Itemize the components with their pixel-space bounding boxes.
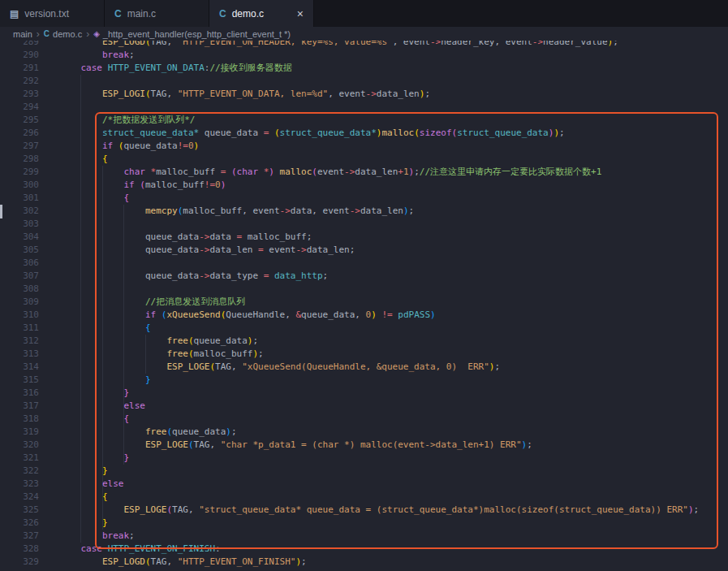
- line-number[interactable]: 303: [0, 218, 39, 231]
- code-line[interactable]: 293 ESP_LOGI(TAG, "HTTP_EVENT_ON_DATA, l…: [0, 88, 728, 101]
- line-number[interactable]: 289: [0, 41, 39, 49]
- code-line[interactable]: 308: [0, 283, 728, 296]
- close-icon[interactable]: ×: [289, 7, 304, 20]
- code-line[interactable]: 300 if (malloc_buff!=0): [0, 179, 728, 192]
- code-text: else: [59, 478, 123, 489]
- code-line[interactable]: 301 {: [0, 192, 728, 205]
- code-line[interactable]: 290 break;: [0, 49, 728, 62]
- line-number[interactable]: 329: [0, 556, 39, 569]
- code-line[interactable]: 311 {: [0, 322, 728, 335]
- code-line[interactable]: 292: [0, 75, 728, 88]
- code-line[interactable]: 309 //把消息发送到消息队列: [0, 296, 728, 309]
- line-number[interactable]: 317: [0, 400, 39, 413]
- line-number[interactable]: 318: [0, 413, 39, 426]
- line-number[interactable]: 306: [0, 257, 39, 270]
- code-token: ): [430, 309, 436, 320]
- code-line[interactable]: 306: [0, 257, 728, 270]
- line-number[interactable]: 319: [0, 426, 39, 439]
- code-line[interactable]: 329 ESP_LOGD(TAG, "HTTP_EVENT_ON_FINISH"…: [0, 556, 728, 569]
- code-token: ): [221, 180, 226, 190]
- line-number[interactable]: 326: [0, 517, 39, 530]
- code-token: if: [123, 180, 134, 190]
- line-number[interactable]: 322: [0, 465, 39, 478]
- tab-main-c[interactable]: Cmain.c: [105, 0, 209, 27]
- line-number[interactable]: 311: [0, 322, 39, 335]
- code-token: ->: [199, 231, 209, 242]
- line-number[interactable]: 296: [0, 127, 39, 140]
- code-line[interactable]: 289 ESP_LOGD(TAG, "HTTP_EVENT_ON_HEADER,…: [0, 41, 728, 49]
- code-line[interactable]: 303: [0, 218, 728, 231]
- line-number[interactable]: 301: [0, 192, 39, 205]
- code-line[interactable]: 318 {: [0, 413, 728, 426]
- code-line[interactable]: 324 {: [0, 491, 728, 504]
- code-token: [59, 465, 102, 476]
- code-line[interactable]: 328 case HTTP_EVENT_ON_FINISH:: [0, 543, 728, 556]
- line-number[interactable]: 298: [0, 153, 39, 166]
- code-line[interactable]: 313 free(malloc_buff);: [0, 348, 728, 361]
- code-line[interactable]: 316 }: [0, 387, 728, 400]
- code-token: ;: [323, 270, 329, 281]
- line-number[interactable]: 328: [0, 543, 39, 556]
- line-number[interactable]: 294: [0, 101, 39, 114]
- tab-version-txt[interactable]: ▤version.txt: [0, 0, 105, 27]
- code-line[interactable]: 296 struct_queue_data* queue_data = (str…: [0, 127, 728, 140]
- line-number[interactable]: 299: [0, 166, 39, 179]
- code-line[interactable]: 317 else: [0, 400, 728, 413]
- code-line[interactable]: 305 queue_data->data_len = event->data_l…: [0, 244, 728, 257]
- line-number[interactable]: 320: [0, 439, 39, 452]
- line-number[interactable]: 325: [0, 504, 39, 517]
- breadcrumb-item[interactable]: Cdemo.c: [44, 29, 82, 39]
- line-number[interactable]: 315: [0, 374, 39, 387]
- line-number[interactable]: 312: [0, 335, 39, 348]
- breadcrumb-item[interactable]: main: [13, 29, 32, 39]
- code-token: malloc_buff;: [242, 231, 312, 242]
- code-line[interactable]: 291 case HTTP_EVENT_ON_DATA://接收到服务器数据: [0, 62, 728, 75]
- breadcrumb-item[interactable]: ◈_http_event_handler(esp_http_client_eve…: [93, 29, 291, 39]
- line-number[interactable]: 323: [0, 478, 39, 491]
- code-line[interactable]: 325 ESP_LOGE(TAG, "struct_queue_data* qu…: [0, 504, 728, 517]
- line-number[interactable]: 304: [0, 231, 39, 244]
- code-text: }: [59, 465, 108, 476]
- code-line[interactable]: 299 char *malloc_buff = (char *) malloc(…: [0, 166, 728, 179]
- code-line[interactable]: 320 ESP_LOGE(TAG, "char *p_data1 = (char…: [0, 439, 728, 452]
- line-number[interactable]: 295: [0, 114, 39, 127]
- code-line[interactable]: 307 queue_data->data_type = data_http;: [0, 270, 728, 283]
- code-line[interactable]: 314 ESP_LOGE(TAG, "xQueueSend(QueueHandl…: [0, 361, 728, 374]
- code-line[interactable]: 322 }: [0, 465, 728, 478]
- code-line[interactable]: 295 /*把数据发送到队列*/: [0, 114, 728, 127]
- line-number[interactable]: 310: [0, 309, 39, 322]
- code-line[interactable]: 321 }: [0, 452, 728, 465]
- code-line[interactable]: 302 memcpy(malloc_buff, event->data, eve…: [0, 205, 728, 218]
- code-line[interactable]: 310 if (xQueueSend(QueueHandle, &queue_d…: [0, 309, 728, 322]
- line-number[interactable]: 307: [0, 270, 39, 283]
- line-number[interactable]: 327: [0, 530, 39, 543]
- tab-demo-c[interactable]: Cdemo.c×: [209, 0, 314, 27]
- line-number[interactable]: 300: [0, 179, 39, 192]
- editor[interactable]: 289 ESP_LOGD(TAG, "HTTP_EVENT_ON_HEADER,…: [0, 41, 728, 571]
- line-number[interactable]: 305: [0, 244, 39, 257]
- code-line[interactable]: 312 free(queue_data);: [0, 335, 728, 348]
- code-line[interactable]: 297 if (queue_data!=0): [0, 140, 728, 153]
- line-number[interactable]: 316: [0, 387, 39, 400]
- line-number[interactable]: 308: [0, 283, 39, 296]
- line-number[interactable]: 293: [0, 88, 39, 101]
- line-number[interactable]: 324: [0, 491, 39, 504]
- code-line[interactable]: 315 }: [0, 374, 728, 387]
- line-number[interactable]: 302: [0, 205, 39, 218]
- code-line[interactable]: 298 {: [0, 153, 728, 166]
- line-number[interactable]: 292: [0, 75, 39, 88]
- code-line[interactable]: 327 break;: [0, 530, 728, 543]
- line-number[interactable]: 309: [0, 296, 39, 309]
- line-number[interactable]: 314: [0, 361, 39, 374]
- code-line[interactable]: 326 }: [0, 517, 728, 530]
- code-line[interactable]: 304 queue_data->data = malloc_buff;: [0, 231, 728, 244]
- code-line[interactable]: 319 free(queue_data);: [0, 426, 728, 439]
- line-number[interactable]: 321: [0, 452, 39, 465]
- line-number[interactable]: 313: [0, 348, 39, 361]
- line-number[interactable]: 290: [0, 49, 39, 62]
- line-number[interactable]: 297: [0, 140, 39, 153]
- code-token: 0: [215, 180, 221, 190]
- code-line[interactable]: 294: [0, 101, 728, 114]
- line-number[interactable]: 291: [0, 62, 39, 75]
- code-line[interactable]: 323 else: [0, 478, 728, 491]
